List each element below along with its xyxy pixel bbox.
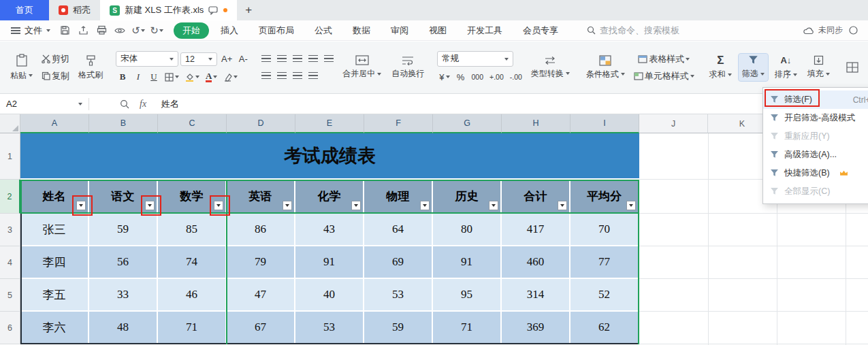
menu-item-filter[interactable]: 筛选(F) Ctrl+Shif [763,91,868,109]
cell[interactable]: 52 [570,279,639,312]
cell[interactable]: 62 [570,312,639,344]
header-cell[interactable]: 化学 [295,180,364,214]
header-cell[interactable]: 历史 [433,180,502,214]
cell[interactable]: 417 [502,214,570,246]
tab-insert[interactable]: 插入 [212,22,247,39]
cell[interactable]: 张三 [20,214,89,246]
filter-dropdown-button[interactable] [489,201,498,210]
filter-dropdown-button[interactable] [420,201,430,210]
cell[interactable]: 70 [570,214,639,246]
column-header-g[interactable]: G [433,114,502,133]
column-header-j[interactable]: J [639,114,708,133]
cell[interactable]: 460 [502,246,570,279]
tab-home[interactable]: 开始 [174,22,209,39]
menu-item-advanced-filter[interactable]: 高级筛选(A)... [763,146,868,164]
clear-format-button[interactable] [221,70,240,84]
underline-button[interactable]: U [147,70,161,84]
increase-indent-button[interactable] [322,52,336,66]
italic-button[interactable]: I [131,70,145,84]
percent-format-button[interactable]: % [454,70,468,84]
cell[interactable]: 67 [227,312,295,344]
merge-center-button[interactable]: 合并居中 [339,54,385,81]
comma-format-button[interactable]: 000 [470,70,486,84]
align-right-button[interactable] [291,69,304,83]
cell[interactable]: 77 [570,246,639,279]
menu-item-quick-filter[interactable]: 快捷筛选(B) [763,164,868,182]
align-top-button[interactable] [259,52,273,66]
format-painter-button[interactable]: 格式刷 [75,53,106,82]
tab-view[interactable]: 视图 [420,22,455,39]
row-header-4[interactable]: 4 [0,246,20,279]
fx-label[interactable]: fx [140,99,146,110]
cell[interactable]: 79 [227,246,295,279]
conditional-format-button[interactable]: 条件格式 [583,54,628,82]
tab-review[interactable]: 审阅 [382,22,417,39]
type-convert-button[interactable]: 类型转换 [528,54,573,81]
cell-name-box[interactable]: A2 [0,94,89,114]
column-header-h[interactable]: H [502,114,570,133]
cell[interactable]: 71 [158,312,227,344]
bold-button[interactable]: B [116,70,129,84]
cell[interactable]: 74 [158,246,227,279]
align-bottom-button[interactable] [291,52,304,66]
header-cell[interactable]: 姓名 [20,180,89,214]
filter-dropdown-button[interactable] [214,201,223,210]
justify-button[interactable] [306,69,320,83]
cell[interactable]: 95 [433,279,502,312]
header-cell[interactable]: 英语 [227,180,295,214]
row-header-2[interactable]: 2 [0,180,20,214]
cell[interactable]: 李六 [20,312,89,344]
cell[interactable]: 46 [158,279,227,312]
cell[interactable]: 43 [295,214,364,246]
cell[interactable]: 59 [364,312,433,344]
header-cell[interactable]: 平均分 [570,180,639,214]
number-format-select[interactable]: 常规 [437,51,513,67]
header-cell[interactable]: 数学 [158,180,227,214]
undo-button[interactable]: ↺ [130,23,146,38]
font-size-select[interactable]: 12 [180,52,217,66]
file-menu-button[interactable]: 文件 [7,24,54,37]
row-header-5[interactable]: 5 [0,279,20,312]
tab-developer[interactable]: 开发工具 [458,22,511,39]
align-left-button[interactable] [259,69,273,83]
fill-color-button[interactable] [183,70,202,84]
sync-status[interactable]: 未同步 [803,24,843,36]
filter-dropdown-button[interactable] [145,201,155,210]
filter-button[interactable]: 筛选 [739,54,768,81]
print-preview-button[interactable] [112,23,128,38]
row-header-3[interactable]: 3 [0,214,20,246]
header-cell[interactable]: 合计 [502,180,570,214]
cell[interactable]: 53 [295,312,364,344]
cut-button[interactable]: 剪切 [39,52,71,66]
column-header-e[interactable]: E [295,114,364,133]
home-tab[interactable]: 首页 [0,0,49,20]
row-header-1[interactable]: 1 [0,133,20,180]
fill-button[interactable]: 填充 [804,54,833,81]
paste-button[interactable]: 粘贴 [7,52,36,83]
cell[interactable]: 69 [364,246,433,279]
row-header-6[interactable]: 6 [0,312,20,344]
cell[interactable]: 369 [502,312,570,344]
cell[interactable]: 33 [89,279,158,312]
cells-button[interactable] [843,61,862,74]
print-button[interactable] [93,23,110,38]
cell[interactable]: 59 [89,214,158,246]
cell[interactable]: 48 [89,312,158,344]
column-header-b[interactable]: B [89,114,158,133]
title-cell[interactable]: 考试成绩表 [20,133,639,180]
column-header-i[interactable]: I [570,114,639,133]
increase-font-button[interactable]: A+ [219,52,234,66]
command-search-box[interactable]: 查找命令、搜索模板 [587,24,679,37]
cell[interactable]: 64 [364,214,433,246]
cell[interactable]: 80 [433,214,502,246]
formula-input[interactable]: 姓名 [161,98,179,110]
menu-item-advanced-filter-mode[interactable]: 开启筛选-高级模式 [763,109,868,127]
borders-button[interactable] [163,70,181,84]
tab-formulas[interactable]: 公式 [306,22,341,39]
cell[interactable]: 47 [227,279,295,312]
document-tab[interactable]: S 新建 XLS 工作表.xls [100,0,237,20]
cell[interactable]: 40 [295,279,364,312]
tab-page-layout[interactable]: 页面布局 [250,22,303,39]
tab-data[interactable]: 数据 [344,22,379,39]
font-name-select[interactable]: 宋体 [116,51,178,67]
